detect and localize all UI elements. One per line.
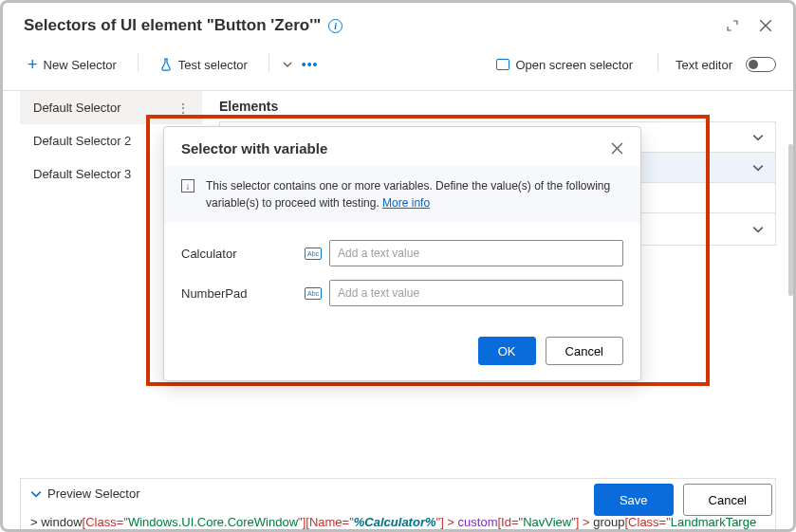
text-type-icon: Abc	[305, 248, 322, 260]
text-type-icon: Abc	[305, 287, 322, 300]
ok-button[interactable]: OK	[478, 337, 536, 365]
cancel-button[interactable]: Cancel	[683, 484, 772, 516]
modal-title: Selector with variable	[181, 140, 327, 156]
test-selector-label: Test selector	[178, 58, 248, 72]
download-icon: ↓	[181, 179, 194, 193]
calculator-input[interactable]	[329, 240, 623, 266]
close-icon[interactable]	[759, 19, 772, 32]
elements-heading: Elements	[219, 91, 776, 121]
info-banner: ↓ This selector contains one or more var…	[164, 166, 640, 223]
expand-icon[interactable]	[727, 20, 738, 31]
sidebar-item-label: Default Selector 3	[33, 167, 131, 181]
text-editor-toggle[interactable]	[746, 57, 776, 72]
flask-icon	[159, 58, 173, 71]
sidebar-item-default[interactable]: Default Selector ⋮	[20, 91, 202, 124]
modal-cancel-button[interactable]: Cancel	[546, 337, 623, 365]
more-info-link[interactable]: More info	[382, 196, 430, 210]
screen-icon	[496, 59, 509, 70]
title-text: Selectors of UI element "Button 'Zero'"	[24, 16, 321, 35]
chevron-down-icon	[752, 162, 764, 174]
scrollbar[interactable]	[788, 144, 793, 296]
variable-modal: Selector with variable ↓ This selector c…	[163, 126, 641, 381]
chevron-down-icon	[752, 132, 764, 143]
page-title: Selectors of UI element "Button 'Zero'" …	[24, 16, 342, 35]
info-icon[interactable]: i	[328, 19, 342, 33]
test-selector-button[interactable]: Test selector	[152, 54, 255, 76]
plus-icon: +	[28, 56, 38, 73]
chevron-down-icon	[752, 224, 764, 235]
chevron-down-icon	[30, 488, 42, 500]
sidebar-item-label: Default Selector	[33, 101, 121, 115]
open-screen-button[interactable]: Open screen selector	[489, 54, 640, 76]
more-button[interactable]: •••	[302, 57, 319, 72]
open-screen-label: Open screen selector	[515, 58, 633, 72]
field-label-numberpad: NumberPad	[181, 286, 305, 301]
new-selector-label: New Selector	[44, 58, 117, 72]
field-label-calculator: Calculator	[181, 247, 305, 261]
new-selector-button[interactable]: + New Selector	[20, 52, 124, 77]
chevron-down-icon[interactable]	[283, 60, 292, 69]
text-editor-label: Text editor	[676, 58, 732, 72]
numberpad-input[interactable]	[329, 280, 623, 306]
sidebar-item-label: Default Selector 2	[33, 134, 131, 148]
save-button[interactable]: Save	[594, 484, 674, 516]
preview-heading: Preview Selector	[47, 486, 140, 501]
close-icon[interactable]	[611, 142, 623, 155]
item-menu-icon[interactable]: ⋮	[177, 101, 189, 115]
